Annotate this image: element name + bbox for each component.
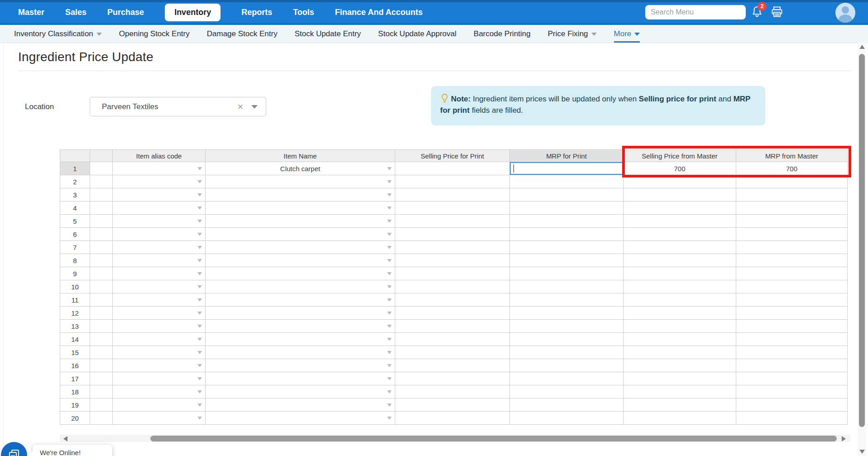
item-name-cell[interactable]	[206, 215, 395, 228]
selling-price-for-print-cell[interactable]	[395, 320, 510, 333]
cell-dropdown-icon[interactable]	[197, 272, 202, 275]
item-name-cell[interactable]	[206, 188, 395, 202]
item-name-cell[interactable]	[206, 202, 395, 215]
cell-dropdown-icon[interactable]	[197, 206, 202, 210]
selling-price-for-print-cell[interactable]	[395, 346, 510, 359]
cell-dropdown-icon[interactable]	[197, 417, 202, 420]
cell-dropdown-icon[interactable]	[387, 351, 392, 354]
cell-dropdown-icon[interactable]	[197, 259, 202, 262]
chevron-down-icon[interactable]	[251, 105, 258, 109]
selling-price-for-print-cell[interactable]	[395, 412, 510, 425]
selling-price-for-print-cell[interactable]	[395, 307, 510, 320]
cell-dropdown-icon[interactable]	[387, 377, 392, 380]
cell-dropdown-icon[interactable]	[197, 180, 202, 183]
mrp-for-print-cell[interactable]	[510, 293, 623, 307]
cell-dropdown-icon[interactable]	[197, 298, 202, 302]
mrp-for-print-cell[interactable]	[510, 346, 623, 359]
search-input[interactable]	[645, 5, 746, 19]
cell-dropdown-icon[interactable]	[387, 193, 392, 197]
cell-dropdown-icon[interactable]	[387, 390, 392, 394]
cell-dropdown-icon[interactable]	[387, 233, 392, 236]
selling-price-for-print-cell[interactable]	[395, 175, 510, 188]
mrp-for-print-cell[interactable]	[510, 333, 623, 346]
item-alias-code-cell[interactable]	[113, 307, 206, 320]
topnav-item-purchase[interactable]: Purchase	[107, 8, 144, 17]
item-alias-code-cell[interactable]	[113, 162, 206, 175]
subnav-item-stock-update-entry[interactable]: Stock Update Entry	[295, 25, 361, 43]
item-name-cell[interactable]	[206, 359, 395, 372]
selling-price-for-print-cell[interactable]	[395, 215, 510, 228]
item-alias-code-cell[interactable]	[113, 228, 206, 241]
cell-dropdown-icon[interactable]	[387, 220, 392, 223]
cell-dropdown-icon[interactable]	[197, 167, 202, 170]
mrp-for-print-cell[interactable]	[510, 412, 623, 425]
vertical-scrollbar-thumb[interactable]	[859, 54, 865, 427]
mrp-for-print-cell[interactable]	[510, 215, 623, 228]
item-alias-code-cell[interactable]	[113, 188, 206, 202]
cell-dropdown-icon[interactable]	[387, 364, 392, 367]
mrp-for-print-cell[interactable]	[510, 280, 623, 293]
scroll-down-arrow-icon[interactable]	[859, 450, 865, 454]
cell-dropdown-icon[interactable]	[387, 312, 392, 315]
item-alias-code-cell[interactable]	[113, 202, 206, 215]
mrp-for-print-cell[interactable]	[510, 267, 623, 280]
mrp-for-print-cell[interactable]	[510, 372, 623, 385]
print-button[interactable]	[771, 5, 784, 19]
selling-price-for-print-cell[interactable]	[395, 398, 510, 412]
mrp-for-print-cell[interactable]	[510, 254, 623, 267]
scroll-up-arrow-icon[interactable]	[859, 45, 865, 49]
chat-launcher-button[interactable]	[1, 442, 27, 456]
item-name-cell[interactable]	[206, 175, 395, 188]
cell-dropdown-icon[interactable]	[387, 325, 392, 328]
item-name-cell[interactable]	[206, 267, 395, 280]
cell-dropdown-icon[interactable]	[387, 180, 392, 183]
selling-price-for-print-cell[interactable]	[395, 188, 510, 202]
cell-dropdown-icon[interactable]	[387, 167, 392, 170]
cell-dropdown-icon[interactable]	[197, 312, 202, 315]
selling-price-for-print-cell[interactable]	[395, 293, 510, 307]
cell-dropdown-icon[interactable]	[197, 351, 202, 354]
notifications-button[interactable]: 2	[751, 5, 765, 19]
cell-dropdown-icon[interactable]	[387, 285, 392, 288]
topnav-item-tools[interactable]: Tools	[293, 8, 314, 17]
selling-price-for-print-cell[interactable]	[395, 385, 510, 398]
mrp-for-print-cell[interactable]	[510, 359, 623, 372]
item-name-cell[interactable]	[206, 241, 395, 254]
cell-dropdown-icon[interactable]	[197, 325, 202, 328]
item-name-cell[interactable]	[206, 346, 395, 359]
cell-dropdown-icon[interactable]	[197, 193, 202, 197]
cell-dropdown-icon[interactable]	[197, 390, 202, 394]
mrp-for-print-cell[interactable]	[510, 228, 623, 241]
item-name-cell[interactable]	[206, 398, 395, 412]
mrp-for-print-cell[interactable]	[510, 385, 623, 398]
cell-dropdown-icon[interactable]	[387, 246, 392, 249]
item-name-cell[interactable]: Clutch carpet	[206, 162, 395, 175]
item-alias-code-cell[interactable]	[113, 398, 206, 412]
mrp-for-print-cell[interactable]	[510, 162, 623, 175]
location-select[interactable]: Parveen Textiles ×	[90, 97, 266, 116]
mrp-for-print-cell[interactable]	[510, 188, 623, 202]
scroll-right-arrow-icon[interactable]	[842, 436, 846, 442]
item-name-cell[interactable]	[206, 320, 395, 333]
item-alias-code-cell[interactable]	[113, 293, 206, 307]
mrp-for-print-cell[interactable]	[510, 307, 623, 320]
mrp-for-print-cell[interactable]	[510, 241, 623, 254]
selling-price-for-print-cell[interactable]	[395, 254, 510, 267]
item-name-cell[interactable]	[206, 372, 395, 385]
cell-dropdown-icon[interactable]	[197, 233, 202, 236]
cell-dropdown-icon[interactable]	[387, 259, 392, 262]
selling-price-for-print-cell[interactable]	[395, 333, 510, 346]
user-avatar[interactable]	[835, 3, 855, 23]
item-alias-code-cell[interactable]	[113, 412, 206, 425]
selling-price-for-print-cell[interactable]	[395, 267, 510, 280]
cell-dropdown-icon[interactable]	[197, 220, 202, 223]
selling-price-for-print-cell[interactable]	[395, 162, 510, 175]
item-alias-code-cell[interactable]	[113, 280, 206, 293]
subnav-item-more[interactable]: More	[614, 25, 640, 43]
item-alias-code-cell[interactable]	[113, 267, 206, 280]
item-alias-code-cell[interactable]	[113, 372, 206, 385]
topnav-item-master[interactable]: Master	[18, 8, 44, 17]
subnav-item-inventory-classification[interactable]: Inventory Classification	[14, 25, 102, 43]
mrp-for-print-cell[interactable]	[510, 202, 623, 215]
topnav-item-sales[interactable]: Sales	[65, 8, 86, 17]
